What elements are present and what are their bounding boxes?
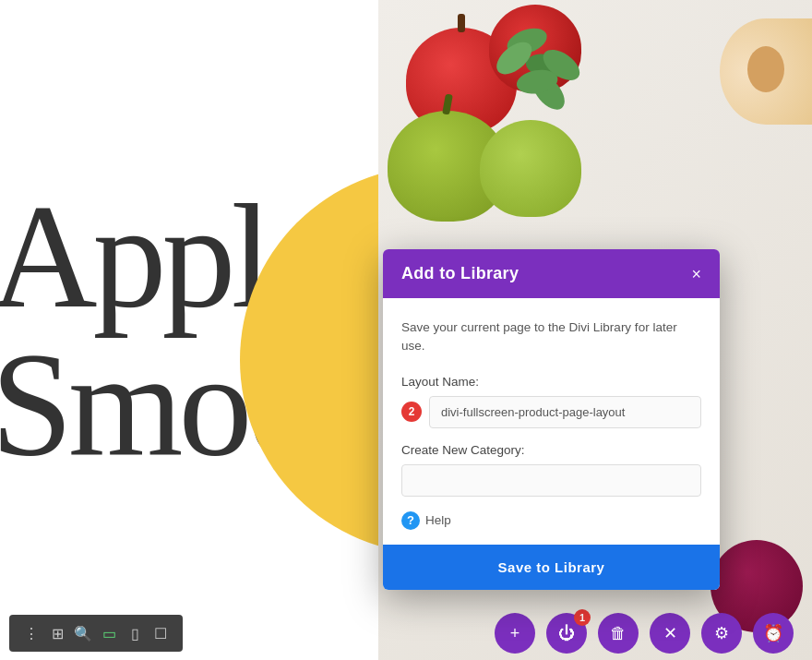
close-toolbar-button[interactable]: ✕ <box>650 613 690 654</box>
layout-badge: 2 <box>401 402 422 422</box>
mint-leaves-decoration <box>498 37 609 111</box>
clock-icon: ⏰ <box>763 623 783 643</box>
category-label: Create New Category: <box>401 443 701 457</box>
monitor-icon[interactable]: ▭ <box>100 624 118 642</box>
add-to-library-modal: Add to Library × Save your current page … <box>383 249 720 590</box>
settings-button[interactable]: ⚙ <box>701 613 742 654</box>
modal-body: Save your current page to the Divi Libra… <box>383 298 720 530</box>
clock-button[interactable]: ⏰ <box>753 613 794 654</box>
trash-icon: 🗑 <box>610 624 627 643</box>
toolbar-right-group: + ⏻ 1 🗑 ✕ ⚙ ⏰ <box>495 613 794 654</box>
modal-title: Add to Library <box>401 264 519 283</box>
apple-half-decoration <box>720 18 812 125</box>
add-icon: + <box>510 624 520 643</box>
grid-view-icon[interactable]: ⊞ <box>48 624 66 642</box>
help-row: ? Help <box>401 511 701 530</box>
toolbar-left-group: ⋮ ⊞ 🔍 ▭ ▯ ☐ <box>9 615 183 652</box>
close-toolbar-icon: ✕ <box>663 623 677 643</box>
modal-close-button[interactable]: × <box>691 266 701 282</box>
save-to-library-button[interactable]: Save to Library <box>383 545 720 590</box>
help-text: Help <box>425 513 451 527</box>
layout-name-label: Layout Name: <box>401 375 701 389</box>
dots-menu-icon[interactable]: ⋮ <box>22 624 41 642</box>
modal-description: Save your current page to the Divi Libra… <box>401 318 701 356</box>
search-icon[interactable]: 🔍 <box>74 624 92 642</box>
help-icon[interactable]: ? <box>401 511 420 530</box>
layout-name-input[interactable] <box>429 396 701 428</box>
power-icon: ⏻ <box>558 624 575 643</box>
tablet-icon[interactable]: ▯ <box>125 624 144 642</box>
bottom-toolbar: ⋮ ⊞ 🔍 ▭ ▯ ☐ + ⏻ 1 🗑 ✕ ⚙ ⏰ <box>0 606 812 660</box>
mobile-icon[interactable]: ☐ <box>151 624 170 642</box>
modal-header: Add to Library × <box>383 249 720 298</box>
layout-name-row: 2 <box>401 396 701 428</box>
category-input[interactable] <box>401 464 701 497</box>
trash-button[interactable]: 🗑 <box>598 613 639 654</box>
power-badge: 1 <box>574 609 591 626</box>
apple-green-2-decoration <box>480 120 581 217</box>
add-button[interactable]: + <box>495 613 535 654</box>
settings-icon: ⚙ <box>714 623 729 643</box>
modal-footer: Save to Library <box>383 545 720 590</box>
power-button[interactable]: ⏻ 1 <box>546 613 587 654</box>
